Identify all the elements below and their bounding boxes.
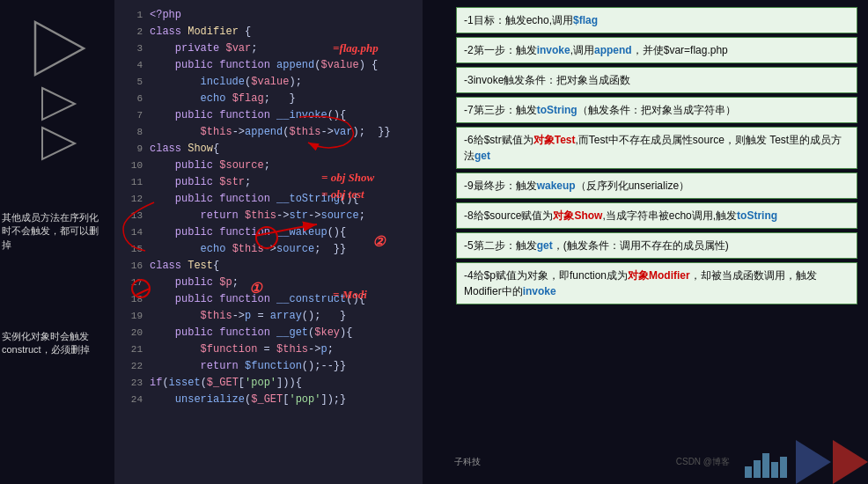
- note-6-prefix: -6给$str赋值为: [464, 134, 533, 146]
- note-4-prefix: -4给$p赋值为对象，即function成为: [464, 269, 628, 282]
- left-decorations: [0, 0, 123, 484]
- code-line-21: 21 $function = $this->p;: [114, 341, 423, 358]
- note-8-prefix: -8给$source赋值为: [464, 209, 553, 222]
- code-line-15: 15 echo $this->source; }}: [114, 241, 423, 258]
- note-6-get: get: [474, 150, 490, 162]
- note-3-text: -3invoke触发条件：把对象当成函数: [464, 74, 630, 86]
- note-8-middle: ,当成字符串被echo调用,触发: [602, 209, 737, 222]
- code-line-7: 7 public function __invoke(){: [114, 107, 423, 124]
- note-2-middle: ,调用: [570, 44, 594, 56]
- code-line-23: 23 if(isset($_GET['pop'])){: [114, 375, 423, 392]
- note-8-tostring: toString: [737, 209, 777, 222]
- code-line-10: 10 public $source;: [114, 158, 423, 174]
- note-4-invoke: invoke: [523, 285, 556, 297]
- code-line-22: 22 return $function();--}}: [114, 358, 423, 375]
- code-line-5: 5 include($value);: [114, 74, 423, 91]
- note-1-highlight: $flag: [573, 14, 598, 26]
- note-4-objmod: 对象Modifier: [628, 269, 690, 282]
- note-8-objshow: 对象Show: [553, 209, 602, 222]
- note-7-suffix: （触发条件：把对象当成字符串）: [577, 104, 736, 116]
- code-line-8: 8 $this->append($this->var); }}: [114, 124, 423, 141]
- main-container: 1 <?php 2 class Modifier { 3 private $va…: [0, 0, 868, 484]
- code-line-1: 1 <?php: [114, 7, 423, 24]
- bottom-bar: 子科技 CSDN @博客: [445, 440, 868, 484]
- svg-rect-3: [745, 466, 752, 478]
- code-line-18: 18 public function __construct(){: [114, 291, 423, 308]
- bar-chart-decoration: [743, 444, 796, 480]
- code-line-24: 24 unserialize($_GET['pop']);}: [114, 392, 423, 408]
- note-2-prefix: -2第一步：触发: [464, 44, 537, 56]
- triangle-right: [833, 440, 868, 484]
- triangle-left: [796, 440, 831, 484]
- code-line-16: 16 class Test{: [114, 258, 423, 275]
- note-item-7: -7第三步：触发toString（触发条件：把对象当成字符串）: [456, 97, 857, 123]
- code-line-9: 9 class Show{: [114, 141, 423, 158]
- code-line-20: 20 public function __get($key){: [114, 325, 423, 341]
- code-line-19: 19 $this->p = array(); }: [114, 308, 423, 325]
- note-2-invoke: invoke: [537, 44, 570, 56]
- note-item-3: -3invoke触发条件：把对象当成函数: [456, 67, 857, 93]
- code-line-6: 6 echo $flag; }: [114, 91, 423, 107]
- svg-rect-4: [754, 460, 761, 478]
- note-item-1: -1目标：触发echo,调用$flag: [456, 7, 857, 33]
- corner-triangles: [796, 440, 868, 484]
- code-line-13: 13 return $this->str->source;: [114, 208, 423, 224]
- note-5-get: get: [537, 239, 553, 252]
- note-5-suffix: ，(触发条件：调用不存在的成员属性): [553, 239, 729, 252]
- triangle-decorations-svg: [26, 9, 97, 202]
- watermark-text: CSDN @博客: [676, 456, 730, 468]
- notes-panel: -1目标：触发echo,调用$flag -2第一步：触发invoke,调用app…: [445, 0, 868, 484]
- code-line-2: 2 class Modifier {: [114, 24, 423, 40]
- note-item-9: -9最终步：触发wakeup（反序列化unserialize）: [456, 172, 857, 199]
- note-7-prefix: -7第三步：触发: [464, 104, 537, 116]
- svg-marker-0: [35, 22, 84, 75]
- code-line-4: 4 public function append($value) {: [114, 57, 423, 74]
- note-7-tostring: toString: [537, 104, 577, 116]
- code-line-14: 14 public function __wakeup(){: [114, 224, 423, 241]
- note-9-wakeup: wakeup: [537, 180, 576, 192]
- note-item-2: -2第一步：触发invoke,调用append，并使$var=flag.php: [456, 37, 857, 63]
- note-item-6: -6给$str赋值为对象Test,而Test中不存在成员属性source，则触发…: [456, 127, 857, 169]
- note-item-4: -4给$p赋值为对象，即function成为对象Modifier，却被当成函数调…: [456, 262, 857, 304]
- note-5-prefix: -5第二步：触发: [464, 239, 537, 252]
- svg-marker-2: [42, 128, 75, 159]
- code-line-3: 3 private $var;: [114, 40, 423, 57]
- svg-marker-1: [42, 88, 75, 120]
- svg-rect-5: [762, 453, 769, 478]
- note-9-suffix: （反序列化unserialize）: [576, 180, 689, 192]
- company-text: 子科技: [454, 456, 481, 468]
- bottom-right-section: CSDN @博客: [676, 440, 868, 484]
- note-2-append: append: [594, 44, 632, 56]
- svg-rect-7: [780, 457, 787, 478]
- note-item-5: -5第二步：触发get，(触发条件：调用不存在的成员属性): [456, 232, 857, 259]
- note-6-objtest: 对象Test: [533, 134, 576, 146]
- svg-rect-6: [771, 462, 778, 478]
- code-line-17: 17 public $p;: [114, 275, 423, 291]
- note-item-8: -8给$source赋值为对象Show,当成字符串被echo调用,触发toStr…: [456, 202, 857, 229]
- code-area: 1 <?php 2 class Modifier { 3 private $va…: [114, 0, 423, 484]
- note-9-prefix: -9最终步：触发: [464, 180, 537, 192]
- note-2-suffix: ，并使$var=flag.php: [632, 44, 728, 56]
- code-line-12: 12 public function __toString(){: [114, 191, 423, 208]
- code-line-11: 11 public $str;: [114, 174, 423, 191]
- note-1-text: -1目标：触发echo,调用: [464, 14, 573, 26]
